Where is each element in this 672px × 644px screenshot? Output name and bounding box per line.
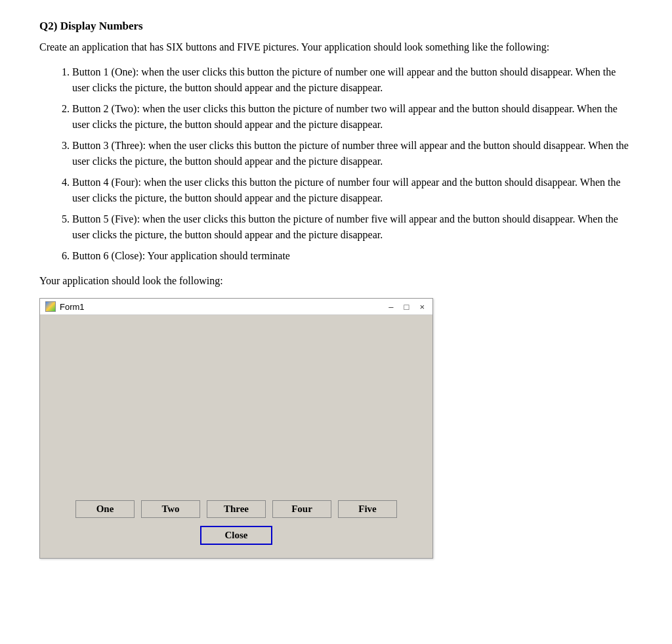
window-titlebar: Form1 – □ × (40, 299, 432, 315)
instruction-item-6: Button 6 (Close): Your application shoul… (72, 248, 633, 264)
button-three[interactable]: Three (207, 500, 266, 518)
number-buttons-row: One Two Three Four Five (53, 500, 419, 518)
form-icon (45, 301, 56, 312)
window-title: Form1 (60, 302, 85, 312)
minimize-button[interactable]: – (386, 302, 396, 312)
button-five[interactable]: Five (338, 500, 397, 518)
close-window-button[interactable]: × (417, 302, 427, 312)
maximize-button[interactable]: □ (402, 302, 412, 312)
form-window: Form1 – □ × One Two Three Four Five Clos… (39, 298, 433, 559)
titlebar-left: Form1 (45, 301, 85, 312)
button-one[interactable]: One (75, 500, 135, 518)
titlebar-controls[interactable]: – □ × (386, 302, 427, 312)
button-four[interactable]: Four (272, 500, 331, 518)
close-button-row: Close (53, 526, 419, 545)
window-body: One Two Three Four Five Close (40, 315, 432, 558)
instructions-list: Button 1 (One): when the user clicks thi… (72, 64, 633, 264)
look-paragraph: Your application should look the followi… (39, 273, 633, 289)
instruction-item-3: Button 3 (Three): when the user clicks t… (72, 138, 633, 169)
button-two[interactable]: Two (141, 500, 200, 518)
instruction-item-1: Button 1 (One): when the user clicks thi… (72, 64, 633, 96)
intro-paragraph: Create an application that has SIX butto… (39, 39, 633, 55)
button-close[interactable]: Close (200, 526, 272, 545)
instruction-item-4: Button 4 (Four): when the user clicks th… (72, 175, 633, 206)
instruction-item-5: Button 5 (Five): when the user clicks th… (72, 211, 633, 243)
instruction-item-2: Button 2 (Two): when the user clicks thi… (72, 101, 633, 133)
question-title: Q2) Display Numbers (39, 20, 633, 33)
